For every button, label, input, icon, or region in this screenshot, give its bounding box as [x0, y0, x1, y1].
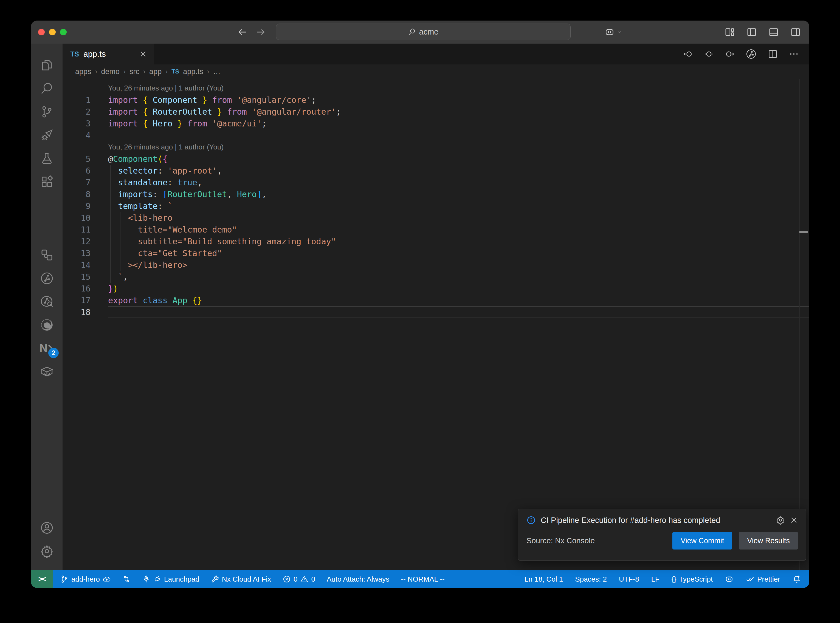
breadcrumb-item[interactable]: demo	[101, 68, 120, 76]
code-line[interactable]: 8 imports: [RouterOutlet, Hero],	[63, 189, 809, 200]
view-commit-button[interactable]: View Commit	[673, 532, 733, 549]
gitlens-icon[interactable]	[31, 267, 63, 290]
source-control-icon[interactable]	[31, 100, 63, 123]
code-line[interactable]: 17export class App {}	[63, 295, 809, 306]
navigate-back-icon[interactable]	[237, 27, 248, 37]
customize-layout-icon[interactable]	[724, 27, 735, 38]
edge-devtools-icon[interactable]	[31, 313, 63, 336]
close-window-button[interactable]	[38, 29, 45, 35]
toggle-primary-sidebar-icon[interactable]	[746, 27, 757, 38]
code-line[interactable]: 15 `,	[63, 271, 809, 283]
overview-ruler-marker	[799, 231, 808, 233]
command-center-search[interactable]: acme	[276, 24, 571, 40]
line-number: 11	[63, 225, 91, 235]
notifications-bell-icon[interactable]	[792, 575, 801, 583]
code-rows: You, 26 minutes ago | 1 author (You)1imp…	[63, 82, 809, 318]
vim-mode-status[interactable]: -- NORMAL --	[401, 575, 444, 583]
info-icon	[527, 516, 536, 525]
code-line[interactable]: 10 <lib-hero	[63, 212, 809, 224]
vscode-window: acme	[31, 21, 809, 588]
close-tab-icon[interactable]	[139, 50, 147, 58]
code-line[interactable]: 12 subtitle="Build something amazing tod…	[63, 236, 809, 247]
breadcrumb-item[interactable]: …	[213, 68, 221, 76]
code-line[interactable]: 18	[63, 306, 809, 318]
code-line[interactable]: 7 standalone: true,	[63, 176, 809, 189]
double-check-icon	[746, 575, 754, 583]
run-debug-icon[interactable]	[31, 123, 63, 147]
code-line[interactable]: 6 selector: 'app-root',	[63, 165, 809, 176]
gitlens-graph-icon[interactable]	[746, 49, 757, 60]
code-line[interactable]: 2import { RouterOutlet } from '@angular/…	[63, 106, 809, 118]
line-number: 16	[63, 284, 91, 293]
git-compare-status[interactable]	[122, 575, 131, 583]
code-editor[interactable]: You, 26 minutes ago | 1 author (You)1imp…	[63, 79, 809, 570]
toggle-panel-icon[interactable]	[768, 27, 779, 38]
git-branch-icon	[60, 575, 69, 583]
account-icon[interactable]	[31, 516, 63, 539]
prettier-status[interactable]: Prettier	[746, 575, 780, 583]
wrench-icon	[211, 575, 219, 583]
activity-bar: N 2	[31, 44, 63, 570]
tab-label: app.ts	[83, 49, 106, 59]
indentation-status[interactable]: Spaces: 2	[575, 575, 607, 583]
line-number: 17	[63, 296, 91, 305]
language-mode-status[interactable]: {} TypeScript	[671, 575, 713, 583]
code-line[interactable]: 16})	[63, 283, 809, 295]
code-line[interactable]: 13 cta="Get Started"	[63, 247, 809, 259]
code-line[interactable]: 11 title="Welcmoe demo"	[63, 224, 809, 236]
eol-status[interactable]: LF	[651, 575, 659, 583]
copilot-menu-button[interactable]	[604, 21, 622, 44]
nx-console-icon[interactable]: N 2	[31, 336, 63, 360]
minimize-window-button[interactable]	[49, 29, 56, 35]
breadcrumb-item[interactable]: src	[129, 68, 139, 76]
remote-explorer-icon[interactable]	[31, 243, 63, 267]
toggle-secondary-sidebar-icon[interactable]	[790, 27, 801, 38]
code-line[interactable]: 14 ></lib-hero>	[63, 259, 809, 271]
navigate-forward-icon[interactable]	[255, 27, 266, 37]
line-number: 10	[63, 213, 91, 222]
titlebar: acme	[31, 21, 809, 44]
gitlens-inspect-icon[interactable]	[31, 290, 63, 313]
launchpad-status[interactable]: Launchpad	[142, 575, 200, 583]
tab-app-ts[interactable]: TS app.ts	[63, 44, 154, 64]
settings-gear-icon[interactable]	[31, 539, 63, 563]
zoom-window-button[interactable]	[60, 29, 67, 35]
code-line[interactable]: 3import { Hero } from '@acme/ui';	[63, 118, 809, 129]
git-branch-status[interactable]: add-hero	[60, 575, 111, 583]
remote-indicator[interactable]: ><	[31, 570, 53, 588]
editor-scrollbar[interactable]	[799, 79, 809, 570]
search-sidebar-icon[interactable]	[31, 77, 63, 100]
previous-change-icon[interactable]	[683, 49, 693, 59]
next-change-icon[interactable]	[725, 49, 735, 59]
view-results-button[interactable]: View Results	[739, 532, 798, 549]
change-icon[interactable]	[704, 49, 714, 59]
code-line[interactable]: 1import { Component } from '@angular/cor…	[63, 94, 809, 106]
blame-annotation[interactable]: You, 26 minutes ago | 1 author (You)	[63, 141, 809, 153]
cursor-position-status[interactable]: Ln 18, Col 1	[525, 575, 563, 583]
notification-settings-gear-icon[interactable]	[776, 516, 785, 525]
code-line[interactable]: 5@Component({	[63, 153, 809, 165]
containers-icon[interactable]	[31, 360, 63, 383]
code-line[interactable]: 4	[63, 129, 809, 141]
breadcrumb: apps › demo › src › app › TS app.ts › …	[63, 64, 809, 79]
problems-status[interactable]: 0 0	[283, 575, 315, 583]
nx-cloud-status[interactable]: Nx Cloud AI Fix	[211, 575, 271, 583]
encoding-status[interactable]: UTF-8	[619, 575, 639, 583]
notification-close-icon[interactable]	[790, 516, 798, 524]
breadcrumb-item[interactable]: app.ts	[183, 68, 203, 76]
breadcrumb-item[interactable]: apps	[75, 68, 91, 76]
line-number: 12	[63, 236, 91, 246]
extensions-icon[interactable]	[31, 170, 63, 193]
auto-attach-status[interactable]: Auto Attach: Always	[327, 575, 389, 583]
blame-annotation[interactable]: You, 26 minutes ago | 1 author (You)	[63, 82, 809, 94]
testing-icon[interactable]	[31, 147, 63, 170]
explorer-icon[interactable]	[31, 54, 63, 77]
code-line[interactable]: 9 template: `	[63, 200, 809, 212]
copilot-status[interactable]	[725, 575, 734, 583]
chevron-right-icon: ›	[143, 68, 145, 75]
chevron-right-icon: ›	[207, 68, 209, 75]
line-number: 3	[63, 119, 91, 128]
breadcrumb-item[interactable]: app	[149, 68, 161, 76]
split-editor-icon[interactable]	[768, 49, 778, 59]
more-actions-icon[interactable]	[789, 49, 799, 59]
